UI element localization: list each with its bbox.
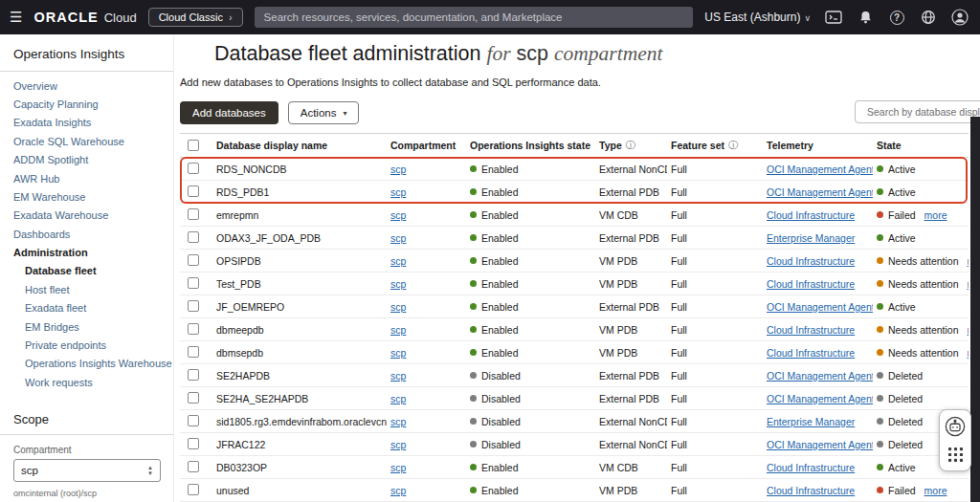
add-databases-button[interactable]: Add databases [180,101,278,124]
row-checkbox[interactable] [188,392,199,404]
state-more-link[interactable]: more [924,485,947,496]
sidebar-item-operations-insights-warehouse[interactable]: Operations Insights Warehouse [0,355,173,373]
telemetry-link[interactable]: Cloud Infrastructure [767,347,855,359]
sidebar-item-addm-spotlight[interactable]: ADDM Spotlight [0,151,173,169]
assistant-robot-icon[interactable] [945,416,966,437]
select-all-checkbox[interactable] [188,140,199,151]
row-checkbox[interactable] [188,323,199,335]
telemetry-link[interactable]: Cloud Infrastructure [767,485,855,496]
table-row[interactable]: OPSIPDB scp Enabled VM PDB Full Cloud In… [180,250,969,273]
sidebar-item-exadata-warehouse[interactable]: Exadata Warehouse [0,207,173,225]
col-oi-state[interactable]: Operations Insights state [466,140,595,151]
telemetry-link[interactable]: Cloud Infrastructure [767,278,855,290]
sidebar-item-dashboards[interactable]: Dashboards [0,225,173,243]
table-row[interactable]: unused scp Enabled VM PDB Full Cloud Inf… [180,479,969,502]
notifications-bell-icon[interactable] [857,9,874,26]
sidebar-item-administration[interactable]: Administration [0,243,173,261]
table-row[interactable]: Test_PDB scp Enabled VM PDB Full Cloud I… [180,273,969,295]
compartment-link[interactable]: scp [390,462,406,473]
table-search-input[interactable]: Search by database display name [855,100,980,123]
row-checkbox[interactable] [188,369,199,381]
help-icon[interactable]: ? [888,9,905,26]
table-row[interactable]: SE2HA_SE2HAPDB scp Disabled External PDB… [180,387,969,410]
telemetry-link[interactable]: OCI Management Agent [767,393,873,404]
row-checkbox[interactable] [188,484,199,495]
row-checkbox[interactable] [188,231,199,243]
sidebar-item-work-requests[interactable]: Work requests [0,373,173,391]
row-checkbox[interactable] [188,346,199,358]
table-row[interactable]: sid1805.rg3.emdevinfrabom.oraclevcn.com … [180,410,969,433]
table-row[interactable]: RDS_NONCDB scp Enabled External NonCDB F… [180,158,969,181]
row-checkbox[interactable] [188,163,199,174]
compartment-link[interactable]: scp [390,393,406,404]
table-row[interactable]: JFRAC122 scp Disabled External NonCDB Fu… [180,433,969,456]
row-checkbox[interactable] [188,208,199,220]
compartment-link[interactable]: scp [390,324,406,336]
dots-grid-icon[interactable] [945,444,966,465]
state-more-link[interactable]: more [968,347,969,359]
sidebar-item-exadata-insights[interactable]: Exadata Insights [0,114,173,132]
telemetry-link[interactable]: Enterprise Manager [767,416,855,427]
actions-button[interactable]: Actions ▾ [288,101,360,124]
telemetry-link[interactable]: OCI Management Agent [767,439,873,450]
telemetry-link[interactable]: OCI Management Agent [767,186,873,198]
compartment-link[interactable]: scp [390,439,406,450]
col-telemetry[interactable]: Telemetry [763,140,873,151]
cloud-shell-icon[interactable] [825,9,842,26]
row-checkbox[interactable] [188,300,199,312]
compartment-link[interactable]: scp [390,232,406,244]
telemetry-link[interactable]: OCI Management Agent [767,370,873,382]
state-more-link[interactable]: more [968,278,969,290]
vertical-scrollbar[interactable] [970,117,980,502]
state-more-link[interactable]: more [968,324,969,336]
global-search-input[interactable]: Search resources, services, documentatio… [255,7,694,28]
sidebar-item-host-fleet[interactable]: Host fleet [0,280,173,298]
state-more-link[interactable]: more [924,209,947,221]
telemetry-link[interactable]: OCI Management Agent [767,301,873,313]
row-checkbox[interactable] [188,186,199,197]
compartment-link[interactable]: scp [390,278,406,290]
table-row[interactable]: ODAX3_JF_ODA_PDB scp Enabled External PD… [180,227,969,250]
row-checkbox[interactable] [188,438,199,449]
compartment-link[interactable]: scp [390,370,406,382]
telemetry-link[interactable]: Cloud Infrastructure [767,462,855,473]
compartment-link[interactable]: scp [390,347,406,359]
sidebar-item-em-warehouse[interactable]: EM Warehouse [0,187,173,206]
sidebar-item-database-fleet[interactable]: Database fleet [0,262,173,280]
compartment-link[interactable]: scp [390,255,406,267]
info-icon[interactable]: ⓘ [626,139,635,152]
sidebar-item-capacity-planning[interactable]: Capacity Planning [0,95,173,113]
compartment-link[interactable]: scp [390,209,406,221]
telemetry-link[interactable]: Cloud Infrastructure [767,324,855,336]
compartment-link[interactable]: scp [390,164,406,175]
compartment-link[interactable]: scp [390,416,406,427]
col-compartment[interactable]: Compartment [387,140,466,151]
user-avatar-icon[interactable] [951,9,969,26]
sidebar-item-private-endpoints[interactable]: Private endpoints [0,336,173,354]
table-row[interactable]: SE2HAPDB scp Disabled External PDB Full … [180,364,969,387]
telemetry-link[interactable]: Enterprise Manager [767,232,855,244]
state-more-link[interactable]: more [968,255,969,267]
sidebar-item-oracle-sql-warehouse[interactable]: Oracle SQL Warehouse [0,132,173,150]
sidebar-item-overview[interactable]: Overview [0,76,173,95]
telemetry-link[interactable]: Cloud Infrastructure [767,209,855,221]
compartment-link[interactable]: scp [390,485,406,496]
table-row[interactable]: dbmeepdb scp Enabled VM PDB Full Cloud I… [180,318,969,341]
region-selector[interactable]: US East (Ashburn)∨ [704,11,811,24]
telemetry-link[interactable]: Cloud Infrastructure [767,255,855,267]
compartment-link[interactable]: scp [390,301,406,313]
sidebar-item-exadata-fleet[interactable]: Exadata fleet [0,299,173,317]
col-feature-set[interactable]: Feature setⓘ [667,139,763,152]
table-row[interactable]: JF_OEMREPO scp Enabled External PDB Full… [180,295,969,318]
cloud-classic-button[interactable]: Cloud Classic › [148,8,243,27]
row-checkbox[interactable] [188,277,199,289]
row-checkbox[interactable] [188,461,199,472]
table-row[interactable]: dbmsepdb scp Enabled VM PDB Full Cloud I… [180,341,969,364]
compartment-select[interactable]: scp ▲▼ [13,459,161,482]
language-globe-icon[interactable] [920,9,937,26]
col-database-display-name[interactable]: Database display name [212,140,387,151]
oracle-cloud-logo[interactable]: ORACLE Cloud [33,10,136,25]
col-state[interactable]: State [873,140,969,151]
row-checkbox[interactable] [188,415,199,426]
col-type[interactable]: Typeⓘ [595,139,667,152]
